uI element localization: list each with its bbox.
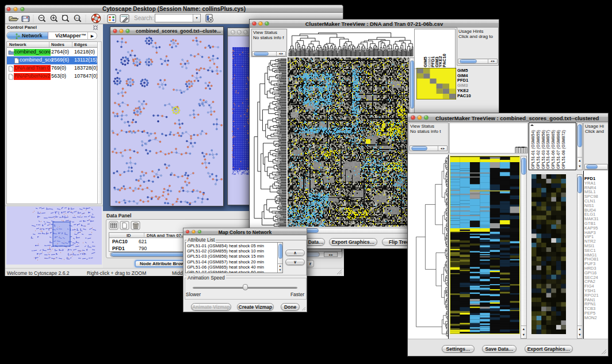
svg-text:GPL51-02 (GSM855): GPL51-02 (GSM855) <box>536 130 541 169</box>
svg-text:GPL51-06 (GSM865): GPL51-06 (GSM865) <box>550 130 556 169</box>
svg-text:GPL51-01 (GSM854): GPL51-01 (GSM854) <box>530 130 536 169</box>
svg-text:GPL51-07 (GSM868): GPL51-07 (GSM868) <box>556 130 561 169</box>
svg-text:GPL51-08 (GSM872): GPL51-08 (GSM872) <box>561 130 566 169</box>
svg-text:1:1: 1:1 <box>75 17 79 20</box>
svg-text:GPL51-04 (GSM857): GPL51-04 (GSM857) <box>545 130 550 169</box>
svg-text:PAC10: PAC10 <box>442 53 447 67</box>
svg-text:GPL51-03 (GSM856): GPL51-03 (GSM856) <box>541 130 546 169</box>
